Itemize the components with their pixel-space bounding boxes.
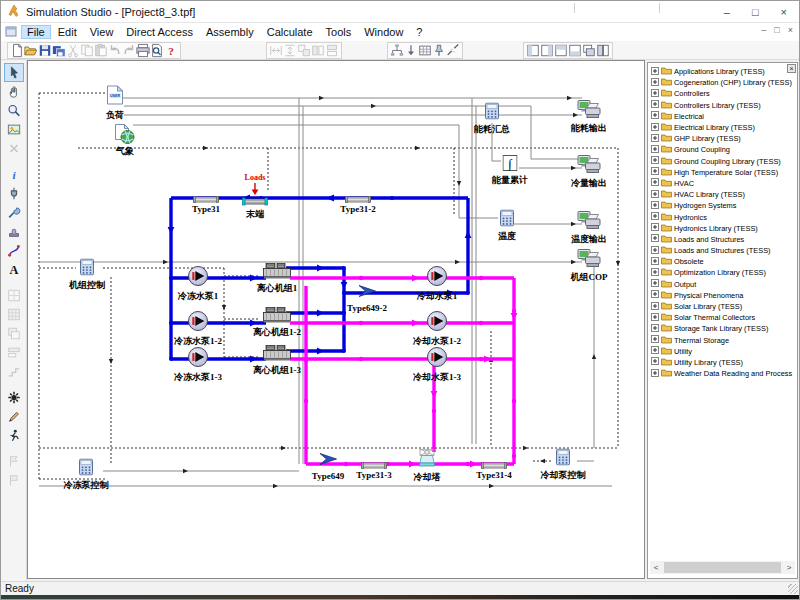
node-chiller-2[interactable] <box>263 307 291 327</box>
mdi-close-button[interactable]: × <box>788 25 793 35</box>
zigzag-icon[interactable] <box>446 43 460 58</box>
tree-item-loads-and-structures-tess[interactable]: Loads and Structures (TESS) <box>648 245 797 256</box>
window-cascade-icon[interactable] <box>582 43 596 58</box>
menu-assembly[interactable]: Assembly <box>200 25 260 39</box>
node-energy-output[interactable] <box>577 100 601 123</box>
text-icon[interactable]: A <box>4 260 24 279</box>
scroll-right-arrow[interactable]: > <box>783 561 795 574</box>
node-energy-summary[interactable] <box>485 103 499 124</box>
expand-plus-icon[interactable] <box>651 234 659 244</box>
pen-icon[interactable] <box>4 407 24 426</box>
undo-icon[interactable] <box>108 43 122 58</box>
expand-plus-icon[interactable] <box>651 335 659 345</box>
zoom-icon[interactable] <box>4 101 24 120</box>
expand-plus-icon[interactable] <box>651 246 659 256</box>
expand-plus-icon[interactable] <box>651 145 659 155</box>
open-icon[interactable] <box>24 43 38 58</box>
tree-item-solar-thermal-collectors[interactable]: Solar Thermal Collectors <box>648 312 797 323</box>
select-icon[interactable] <box>4 63 24 82</box>
expand-plus-icon[interactable] <box>651 178 659 188</box>
tree-item-applications-library-tess[interactable]: Applications Library (TESS) <box>648 66 797 77</box>
expand-plus-icon[interactable] <box>651 346 659 356</box>
same-height-icon[interactable] <box>311 43 325 58</box>
node-unit-cop-output[interactable] <box>577 249 601 272</box>
cut-icon[interactable] <box>66 43 80 58</box>
expand-plus-icon[interactable] <box>651 201 659 211</box>
menu-direct-access[interactable]: Direct Access <box>120 25 199 39</box>
expand-plus-icon[interactable] <box>651 279 659 289</box>
hierarchy-icon[interactable] <box>390 43 404 58</box>
tree-item-cogeneration-chp-library-tess[interactable]: Cogeneration (CHP) Library (TESS) <box>648 77 797 88</box>
node-chiller-3[interactable] <box>263 345 291 365</box>
tree-item-thermal-storage[interactable]: Thermal Storage <box>648 335 797 346</box>
mdi-restore-button[interactable]: □ <box>774 25 779 35</box>
tree-item-electrical[interactable]: Electrical <box>648 111 797 122</box>
wrench-icon[interactable] <box>4 203 24 222</box>
tree-item-ground-coupling[interactable]: Ground Coupling <box>648 144 797 155</box>
link-icon[interactable] <box>4 241 24 260</box>
tree-item-output[interactable]: Output <box>648 279 797 290</box>
expand-plus-icon[interactable] <box>651 134 659 144</box>
tree-item-physical-phenomena[interactable]: Physical Phenomena <box>648 290 797 301</box>
node-unit-control[interactable] <box>80 259 94 280</box>
expand-plus-icon[interactable] <box>651 268 659 278</box>
table-icon[interactable] <box>418 43 432 58</box>
tree-item-loads-and-structures[interactable]: Loads and Structures <box>648 234 797 245</box>
new-icon[interactable] <box>10 43 24 58</box>
minimize-button[interactable]: – <box>724 6 730 18</box>
node-chiller-1[interactable] <box>263 263 291 283</box>
close-button[interactable]: × <box>781 6 787 18</box>
tree-item-hydrogen-systems[interactable]: Hydrogen Systems <box>648 200 797 211</box>
stamp-icon[interactable] <box>4 222 24 241</box>
expand-plus-icon[interactable] <box>651 123 659 133</box>
align-center-h-icon[interactable] <box>269 43 283 58</box>
window-tile-icon[interactable] <box>596 43 610 58</box>
tree-item-utility[interactable]: Utility <box>648 346 797 357</box>
help-icon[interactable]: ? <box>164 43 178 58</box>
expand-plus-icon[interactable] <box>651 67 659 77</box>
sort-down-icon[interactable] <box>404 43 418 58</box>
expand-plus-icon[interactable] <box>651 257 659 267</box>
tree-item-high-temperature-solar-tess[interactable]: High Temperature Solar (TESS) <box>648 167 797 178</box>
tree-item-hvac[interactable]: HVAC <box>648 178 797 189</box>
redo-icon[interactable] <box>122 43 136 58</box>
tree-item-weather-data-reading-and-process[interactable]: Weather Data Reading and Process <box>648 368 797 379</box>
tree-horizontal-scrollbar[interactable]: < > <box>650 561 795 574</box>
node-cooling-tower[interactable] <box>417 449 437 472</box>
delete-icon[interactable] <box>4 139 24 158</box>
node-cooling-output[interactable] <box>577 155 601 178</box>
node-cw-pump-1[interactable] <box>427 266 448 291</box>
menu-edit[interactable]: Edit <box>52 25 83 39</box>
scroll-left-arrow[interactable]: < <box>650 561 662 574</box>
tree-item-obsolete[interactable]: Obsolete <box>648 256 797 267</box>
tree-item-electrical-library-tess[interactable]: Electrical Library (TESS) <box>648 122 797 133</box>
copy-icon[interactable] <box>80 43 94 58</box>
tree-item-ground-coupling-library-tess[interactable]: Ground Coupling Library (TESS) <box>648 156 797 167</box>
expand-plus-icon[interactable] <box>651 290 659 300</box>
pin-icon[interactable] <box>432 43 446 58</box>
flag-1-icon[interactable] <box>4 452 24 471</box>
node-cw-pump-control[interactable] <box>556 449 570 470</box>
panel-close-icon[interactable]: × <box>787 64 796 73</box>
node-cw-pump-2[interactable] <box>427 311 448 336</box>
node-temperature-output[interactable] <box>577 211 601 234</box>
align-center-v-icon[interactable] <box>283 43 297 58</box>
expand-plus-icon[interactable] <box>651 190 659 200</box>
node-chw-pump-3[interactable] <box>188 347 209 372</box>
menu-file[interactable]: File <box>21 25 51 39</box>
node-temperature-calc[interactable] <box>500 210 514 231</box>
info-icon[interactable]: i <box>4 165 24 184</box>
pan-icon[interactable] <box>4 82 24 101</box>
window-bottom-icon[interactable] <box>568 43 582 58</box>
node-loads-reader[interactable]: USER <box>107 85 124 109</box>
tree-item-controllers-library-tess[interactable]: Controllers Library (TESS) <box>648 100 797 111</box>
grid-1-icon[interactable] <box>4 286 24 305</box>
expand-plus-icon[interactable] <box>651 156 659 166</box>
layers-icon[interactable] <box>4 324 24 343</box>
tree-item-ghp-library-tess[interactable]: GHP Library (TESS) <box>648 133 797 144</box>
grid-2-icon[interactable] <box>4 305 24 324</box>
expand-plus-icon[interactable] <box>651 302 659 312</box>
expand-plus-icon[interactable] <box>651 324 659 334</box>
node-diverter-type649[interactable] <box>319 451 338 471</box>
same-width-icon[interactable] <box>325 43 339 58</box>
